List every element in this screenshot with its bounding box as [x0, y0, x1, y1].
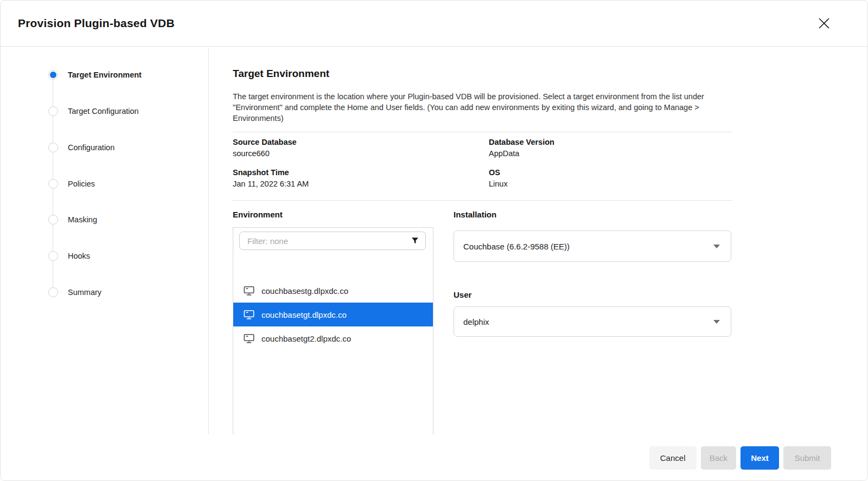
footer-buttons: Cancel Back Next Submit [649, 446, 831, 470]
stepper-step-hooks[interactable]: Hooks [48, 250, 90, 262]
stepper-step-target-environment[interactable]: Target Environment [48, 69, 142, 81]
dialog-title: Provision Plugin-based VDB [18, 17, 175, 30]
user-dropdown[interactable]: delphix [454, 306, 731, 337]
step-circle-icon [48, 179, 58, 189]
dialog-footer: Cancel Back Next Submit [1, 434, 867, 481]
stepper-step-summary[interactable]: Summary [48, 286, 101, 298]
database-version-label: Database Version [489, 138, 554, 146]
environment-label: Environment [233, 210, 283, 219]
step-label: Policies [68, 179, 95, 188]
user-value: delphix [463, 317, 713, 326]
step-label: Target Environment [68, 70, 142, 79]
environment-item-couchbasestg[interactable]: couchbasestg.dlpxdc.co [233, 279, 433, 303]
chevron-down-icon [713, 320, 720, 324]
environment-list-panel: couchbasestg.dlpxdc.co couchbasetgt.dlpx… [233, 227, 433, 434]
next-button[interactable]: Next [741, 446, 779, 470]
step-circle-icon [48, 143, 58, 152]
close-icon [816, 16, 832, 31]
environment-item-label: couchbasetgt2.dlpxdc.co [261, 334, 351, 343]
snapshot-time-value: Jan 11, 2022 6:31 AM [233, 179, 309, 188]
source-database-label: Source Database [233, 138, 297, 146]
step-circle-icon [48, 287, 58, 297]
environment-item-couchbasetgt2[interactable]: couchbasetgt2.dlpxdc.co [233, 326, 433, 350]
step-circle-icon [48, 106, 58, 116]
step-label: Summary [68, 288, 101, 297]
step-label: Masking [68, 215, 97, 224]
back-button: Back [701, 446, 736, 470]
environment-item-label: couchbasetgt.dlpxdc.co [261, 310, 347, 319]
step-description: The target environment is the location w… [233, 92, 733, 124]
environment-filter [239, 232, 426, 250]
divider [233, 132, 732, 132]
divider [233, 200, 732, 201]
dialog-body: Target Environment Target Configuration … [1, 47, 867, 434]
host-monitor-icon [244, 334, 254, 344]
environment-list: couchbasestg.dlpxdc.co couchbasetgt.dlpx… [233, 279, 433, 350]
os-value: Linux [489, 179, 508, 188]
cancel-button[interactable]: Cancel [649, 446, 697, 470]
stepper-step-masking[interactable]: Masking [48, 214, 97, 226]
step-circle-icon [48, 251, 58, 261]
installation-dropdown[interactable]: Couchbase (6.6.2-9588 (EE)) [454, 230, 731, 262]
host-monitor-icon [244, 286, 254, 296]
step-label: Target Configuration [68, 107, 139, 116]
installation-value: Couchbase (6.6.2-9588 (EE)) [463, 242, 713, 251]
chevron-down-icon [713, 245, 720, 248]
database-version-value: AppData [489, 149, 519, 158]
filter-funnel-icon[interactable] [411, 236, 419, 245]
environment-item-label: couchbasestg.dlpxdc.co [261, 286, 348, 296]
stepper-step-target-configuration[interactable]: Target Configuration [48, 105, 139, 117]
wizard-stepper: Target Environment Target Configuration … [1, 47, 209, 434]
stepper-step-configuration[interactable]: Configuration [48, 142, 114, 153]
provision-vdb-dialog: Provision Plugin-based VDB Target Enviro… [0, 0, 868, 481]
snapshot-time-label: Snapshot Time [233, 168, 289, 177]
environment-item-couchbasetgt[interactable]: couchbasetgt.dlpxdc.co [233, 303, 433, 326]
close-button[interactable] [814, 14, 834, 33]
stepper-step-policies[interactable]: Policies [48, 178, 95, 190]
step-content-panel: Target Environment The target environmen… [209, 47, 868, 434]
step-circle-icon [48, 215, 58, 225]
user-label: User [454, 290, 471, 299]
filter-input[interactable] [239, 232, 426, 250]
submit-button: Submit [783, 446, 831, 470]
source-database-value: source660 [233, 149, 270, 158]
step-label: Hooks [68, 252, 90, 260]
os-label: OS [489, 168, 500, 177]
host-monitor-icon [244, 310, 254, 320]
step-label: Configuration [68, 143, 114, 152]
installation-label: Installation [454, 210, 496, 219]
step-circle-icon [48, 70, 58, 80]
dialog-header: Provision Plugin-based VDB [1, 1, 867, 47]
page-title: Target Environment [233, 68, 329, 80]
